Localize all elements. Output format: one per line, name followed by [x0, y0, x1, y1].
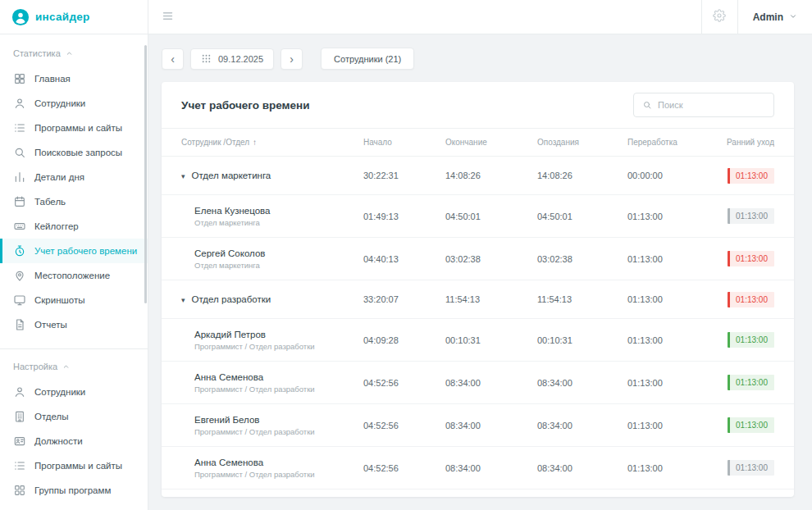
- sidebar-item[interactable]: Программы и сайты: [0, 453, 148, 478]
- early-leave-cell: 01:13:00: [709, 332, 774, 348]
- next-day-button[interactable]: ›: [281, 48, 303, 70]
- sidebar-item[interactable]: Группы программ: [0, 478, 148, 503]
- sidebar-item[interactable]: Должности: [0, 429, 148, 453]
- sidebar-section-label: Статистика: [13, 48, 61, 58]
- sidebar-item-label: Программы и сайты: [34, 461, 122, 471]
- employee-role: Отдел маркетинга: [194, 261, 363, 270]
- sidebar-item[interactable]: Местоположение: [0, 263, 148, 288]
- prev-day-button[interactable]: ‹: [162, 48, 184, 70]
- chevron-down-icon: [789, 11, 797, 23]
- end-cell: 04:50:01: [445, 212, 537, 221]
- employee-info: Анна СеменоваПрограммист / Отдел разрабо…: [181, 458, 363, 479]
- settings-button[interactable]: [701, 0, 737, 34]
- document-icon: [13, 318, 26, 331]
- table-body: ▾Отдел маркетинга30:22:3114:08:2614:08:2…: [162, 157, 794, 490]
- user-menu-button[interactable]: Admin: [737, 0, 812, 34]
- employee-role: Отдел маркетинга: [194, 218, 363, 227]
- calendar-grid-icon: [201, 53, 212, 64]
- sidebar-item[interactable]: Сотрудники: [0, 91, 148, 116]
- start-cell: 30:22:31: [363, 171, 445, 180]
- late-cell: 11:54:13: [537, 294, 627, 304]
- sidebar-item[interactable]: Главная: [0, 66, 148, 91]
- gear-icon: [713, 9, 726, 25]
- sort-asc-icon[interactable]: ↑: [253, 138, 257, 147]
- employee-row[interactable]: Елена КузнецоваОтдел маркетинга01:49:130…: [162, 195, 794, 238]
- sidebar-section-header[interactable]: Настройка: [0, 349, 148, 380]
- employee-name: Сергей Соколов: [194, 248, 363, 258]
- date-picker-button[interactable]: 09.12.2025: [190, 48, 274, 70]
- employee-row[interactable]: Аркадий ПетровПрограммист / Отдел разраб…: [162, 319, 794, 362]
- bar-chart-icon: [13, 171, 26, 184]
- column-header[interactable]: Опоздания: [537, 138, 627, 147]
- time-tracking-panel: Учет рабочего времени Сотрудник /Отдел↑Н…: [162, 82, 794, 497]
- early-leave-badge: 01:13:00: [728, 168, 774, 184]
- sidebar: СтатистикаГлавнаяСотрудникиПрограммы и с…: [0, 34, 148, 510]
- sidebar-item-label: Группы программ: [34, 485, 111, 495]
- sidebar-item-label: Кейлоггер: [34, 221, 79, 231]
- early-leave-badge: 01:13:00: [728, 460, 774, 476]
- sidebar-item[interactable]: Скриншоты: [0, 288, 148, 312]
- employee-name: Елена Кузнецова: [194, 206, 363, 216]
- caret-down-icon[interactable]: ▾: [181, 296, 185, 304]
- sidebar-item-label: Местоположение: [34, 271, 110, 280]
- end-cell: 08:34:00: [445, 421, 537, 430]
- group-row[interactable]: ▾Отдел маркетинга30:22:3114:08:2614:08:2…: [162, 157, 794, 195]
- column-header[interactable]: Окончание: [445, 138, 537, 147]
- start-cell: 04:09:28: [363, 335, 445, 345]
- sidebar-item[interactable]: Детали дня: [0, 165, 148, 189]
- list-icon: [13, 459, 26, 472]
- end-cell: 00:10:31: [445, 335, 537, 345]
- late-cell: 00:10:31: [537, 335, 627, 345]
- column-header[interactable]: Ранний уход: [709, 138, 774, 147]
- menu-toggle-button[interactable]: [148, 0, 186, 34]
- sidebar-item[interactable]: Поисковые запросы: [0, 140, 148, 165]
- employees-tab-button[interactable]: Сотрудники (21): [321, 48, 414, 70]
- brand-logo-icon: [11, 8, 30, 26]
- sidebar-item[interactable]: Учет рабочего времени: [0, 239, 148, 263]
- sidebar-item-label: Сотрудники: [34, 98, 85, 108]
- column-header[interactable]: Сотрудник /Отдел↑: [181, 138, 363, 147]
- hamburger-icon: [162, 10, 174, 25]
- name-cell: Елена КузнецоваОтдел маркетинга: [181, 206, 363, 227]
- employee-row[interactable]: Анна СеменоваПрограммист / Отдел разрабо…: [162, 362, 794, 404]
- brand-name: инсайдер: [35, 11, 90, 23]
- employee-row[interactable]: Сергей СоколовОтдел маркетинга04:40:1303…: [162, 238, 794, 280]
- brand[interactable]: инсайдер: [0, 0, 148, 34]
- date-controls: ‹ 09.12.2025 › Сотрудни: [162, 48, 794, 70]
- end-cell: 08:34:00: [445, 378, 537, 388]
- start-cell: 04:52:56: [363, 378, 445, 388]
- chevron-up-icon: [62, 363, 70, 371]
- calendar-icon: [13, 195, 26, 208]
- early-leave-cell: 01:13:00: [709, 292, 774, 307]
- table-header-row: Сотрудник /Отдел↑НачалоОкончаниеОпоздани…: [162, 129, 794, 157]
- caret-down-icon[interactable]: ▾: [181, 172, 185, 180]
- end-cell: 11:54:13: [445, 294, 537, 304]
- employee-row[interactable]: Евгений БеловПрограммист / Отдел разрабо…: [162, 404, 794, 447]
- name-cell: Евгений БеловПрограммист / Отдел разрабо…: [181, 415, 363, 436]
- column-header[interactable]: Начало: [363, 138, 445, 147]
- sidebar-item-label: Программы и сайты: [34, 123, 122, 133]
- sidebar-item[interactable]: Табель: [0, 189, 148, 214]
- column-header-label: Ранний уход: [727, 138, 774, 147]
- sidebar-item[interactable]: Сотрудники: [0, 380, 148, 404]
- employee-name: Аркадий Петров: [194, 330, 363, 339]
- search-input[interactable]: [658, 100, 765, 110]
- column-header[interactable]: Переработка: [627, 138, 709, 147]
- early-leave-badge: 01:13:00: [728, 251, 774, 266]
- sidebar-item[interactable]: Отделы: [0, 404, 148, 429]
- sidebar-item[interactable]: Программы и сайты: [0, 116, 148, 140]
- sidebar-item[interactable]: Отчеты: [0, 312, 148, 337]
- employees-tab-label: Сотрудники (21): [334, 54, 401, 64]
- employee-info: Аркадий ПетровПрограммист / Отдел разраб…: [181, 330, 363, 351]
- sidebar-item[interactable]: Кейлоггер: [0, 214, 148, 239]
- sidebar-scrollbar[interactable]: [144, 45, 147, 303]
- name-cell: Сергей СоколовОтдел маркетинга: [181, 248, 363, 270]
- grid-icon: [13, 72, 26, 85]
- sidebar-section-header[interactable]: Статистика: [0, 36, 148, 66]
- group-row[interactable]: ▾Отдел разработки33:20:0711:54:1311:54:1…: [162, 280, 794, 319]
- employee-row[interactable]: Анна СеменоваПрограммист / Отдел разрабо…: [162, 447, 794, 490]
- sidebar-item-label: Табель: [34, 197, 66, 207]
- search-icon: [642, 100, 652, 110]
- start-cell: 33:20:07: [363, 294, 445, 304]
- early-leave-cell: 01:13:00: [709, 251, 774, 266]
